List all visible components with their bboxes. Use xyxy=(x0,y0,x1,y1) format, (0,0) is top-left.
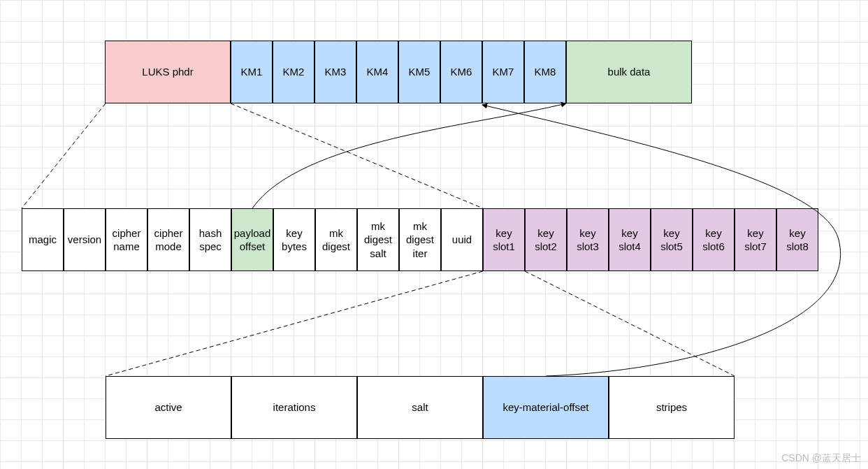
svg-line-3 xyxy=(525,271,735,376)
svg-line-1 xyxy=(231,103,483,208)
bulk-data-box: bulk data xyxy=(566,41,692,103)
keyslot1-box: key slot1 xyxy=(483,208,525,271)
mk-digest-iter-box: mk digest iter xyxy=(399,208,441,271)
km4-box: KM4 xyxy=(356,41,398,103)
km3-box: KM3 xyxy=(314,41,356,103)
cipher-name-box: cipher name xyxy=(106,208,147,271)
keyslot8-box: key slot8 xyxy=(776,208,818,271)
hash-spec-box: hash spec xyxy=(189,208,231,271)
km6-box: KM6 xyxy=(440,41,482,103)
keyslot5-box: key slot5 xyxy=(651,208,693,271)
salt-box: salt xyxy=(357,376,483,439)
stripes-box: stripes xyxy=(609,376,735,439)
km5-box: KM5 xyxy=(398,41,440,103)
iterations-box: iterations xyxy=(231,376,357,439)
km1-box: KM1 xyxy=(231,41,273,103)
key-material-offset-box: key-material-offset xyxy=(483,376,609,439)
mk-digest-box: mk digest xyxy=(315,208,357,271)
luks-phdr-box: LUKS phdr xyxy=(105,41,231,103)
km7-box: KM7 xyxy=(482,41,524,103)
keyslot4-box: key slot4 xyxy=(609,208,651,271)
keyslot3-box: key slot3 xyxy=(567,208,609,271)
magic-box: magic xyxy=(22,208,64,271)
key-bytes-box: key bytes xyxy=(273,208,315,271)
keyslot7-box: key slot7 xyxy=(735,208,776,271)
svg-line-0 xyxy=(22,103,106,208)
keyslot6-box: key slot6 xyxy=(693,208,735,271)
cipher-mode-box: cipher mode xyxy=(147,208,189,271)
mk-digest-salt-box: mk digest salt xyxy=(357,208,399,271)
watermark-text: CSDN @蓝天居士 xyxy=(781,452,861,465)
active-box: active xyxy=(106,376,231,439)
keyslot2-box: key slot2 xyxy=(525,208,567,271)
km2-box: KM2 xyxy=(273,41,314,103)
payload-offset-box: payload offset xyxy=(231,208,273,271)
uuid-box: uuid xyxy=(441,208,483,271)
version-box: version xyxy=(64,208,106,271)
km8-box: KM8 xyxy=(524,41,566,103)
svg-line-2 xyxy=(106,271,483,376)
